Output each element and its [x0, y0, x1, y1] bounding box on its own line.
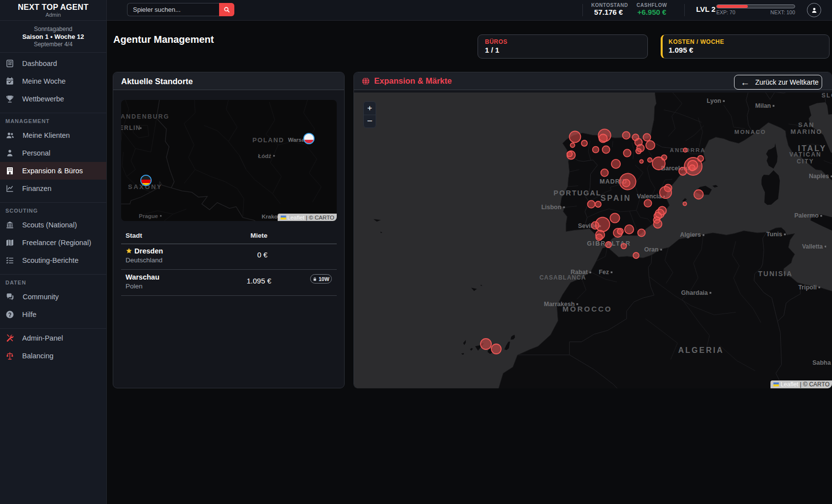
svg-text:Algiers: Algiers — [680, 231, 701, 238]
svg-text:Lisbon: Lisbon — [541, 204, 561, 211]
svg-text:VATICAN: VATICAN — [789, 151, 822, 158]
svg-text:SPAIN: SPAIN — [601, 194, 632, 202]
svg-text:Milan: Milan — [755, 102, 771, 109]
svg-text:Valletta: Valletta — [802, 243, 823, 250]
svg-text:BERLIN: BERLIN — [121, 125, 141, 131]
svg-text:MARINO: MARINO — [791, 128, 823, 135]
svg-text:Oran: Oran — [644, 246, 659, 253]
svg-text:Ghardaia: Ghardaia — [681, 289, 708, 296]
svg-text:POLAND: POLAND — [253, 136, 285, 144]
svg-text:Fez: Fez — [599, 269, 609, 276]
svg-text:ALGERIA: ALGERIA — [678, 346, 724, 354]
svg-text:Tripoli: Tripoli — [798, 284, 817, 291]
svg-text:CITY: CITY — [797, 158, 814, 165]
svg-text:Palermo: Palermo — [794, 212, 819, 219]
svg-text:ANDENBURG: ANDENBURG — [121, 113, 169, 120]
svg-text:Tunis: Tunis — [767, 231, 782, 238]
svg-text:MOROCCO: MOROCCO — [563, 305, 612, 313]
svg-text:Valencia: Valencia — [637, 193, 662, 200]
svg-text:Sabha: Sabha — [812, 359, 832, 366]
svg-text:MONACO: MONACO — [735, 129, 766, 135]
svg-text:TUNISIA: TUNISIA — [758, 270, 793, 278]
svg-text:PORTUGAL: PORTUGAL — [553, 189, 601, 197]
svg-text:CASABLANCA: CASABLANCA — [540, 274, 586, 281]
svg-text:Naples: Naples — [809, 173, 829, 180]
svg-text:SAN: SAN — [798, 121, 814, 128]
svg-text:Lyon: Lyon — [707, 97, 721, 104]
svg-text:Prague: Prague — [139, 213, 158, 219]
svg-text:Łódź: Łódź — [258, 153, 271, 159]
svg-text:SLO: SLO — [822, 93, 832, 99]
